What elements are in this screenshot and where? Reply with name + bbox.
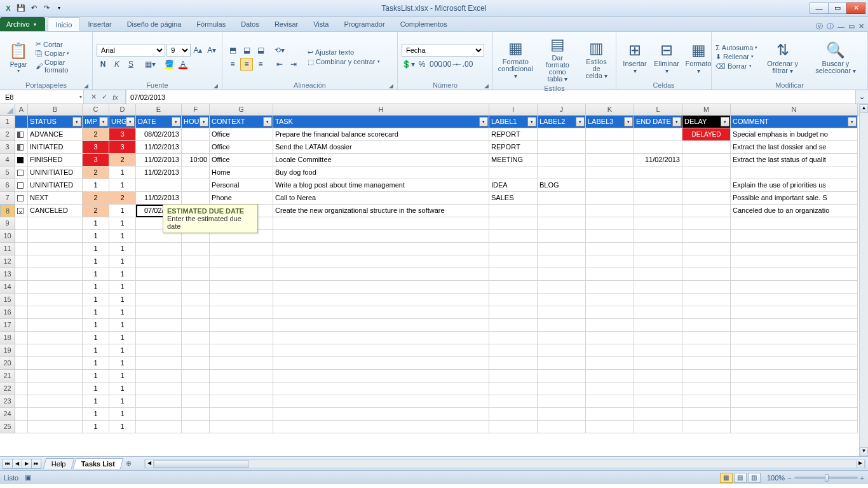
cell[interactable]: 1 <box>83 344 109 357</box>
help-icon[interactable]: ⓘ <box>827 22 834 31</box>
cell[interactable] <box>586 383 634 395</box>
win-min-icon[interactable]: — <box>837 23 844 30</box>
cell[interactable]: 1 <box>83 332 109 344</box>
table-header-STATUS[interactable]: STATUS▾ <box>28 116 83 128</box>
row-header-10[interactable]: 10 <box>0 230 15 243</box>
col-header-J[interactable]: J <box>538 104 586 115</box>
cell[interactable] <box>273 357 489 370</box>
cell[interactable] <box>634 306 682 319</box>
clipboard-dialog-icon[interactable]: ◢ <box>84 83 88 89</box>
win-close-icon[interactable]: ✕ <box>858 22 864 30</box>
scroll-down-icon[interactable]: ▼ <box>860 447 868 456</box>
col-header-K[interactable]: K <box>586 104 634 115</box>
cell[interactable] <box>15 268 28 281</box>
cell[interactable] <box>15 408 28 421</box>
file-tab[interactable]: Archivo▾ <box>0 17 45 31</box>
copy-button[interactable]: ⿻Copiar▾ <box>36 50 88 57</box>
percent-icon[interactable]: % <box>416 58 428 71</box>
cell[interactable] <box>210 383 273 395</box>
cell[interactable] <box>682 268 731 281</box>
cell[interactable] <box>210 255 273 268</box>
cell[interactable] <box>15 166 28 179</box>
cell[interactable] <box>210 344 273 357</box>
cell[interactable] <box>682 408 731 421</box>
vertical-scrollbar[interactable]: ▲ ▼ <box>859 104 868 456</box>
cell[interactable] <box>182 344 210 357</box>
save-icon[interactable]: 💾 <box>15 3 27 14</box>
cell[interactable] <box>273 268 489 281</box>
cell[interactable] <box>538 370 586 383</box>
cell[interactable] <box>28 357 83 370</box>
cell[interactable]: Office <box>210 141 273 154</box>
cell[interactable] <box>15 192 28 205</box>
cell[interactable]: 1 <box>83 421 109 433</box>
cell[interactable] <box>538 192 586 205</box>
increase-indent-icon[interactable]: ⇥ <box>287 58 300 71</box>
cell[interactable]: 1 <box>83 294 109 306</box>
align-right-icon[interactable]: ≡ <box>254 58 267 71</box>
sheet-nav-last-icon[interactable]: ⏭ <box>31 459 41 469</box>
cell[interactable] <box>136 281 182 294</box>
align-bottom-icon[interactable]: ⬓ <box>254 44 267 57</box>
cell[interactable] <box>273 281 489 294</box>
format-cells-button[interactable]: ▦Formato ▾ <box>684 39 713 76</box>
cell[interactable] <box>538 128 586 141</box>
cell[interactable] <box>586 421 634 433</box>
align-middle-icon[interactable]: ⬓ <box>240 44 253 57</box>
cell[interactable]: Personal <box>210 179 273 192</box>
cell[interactable]: 1 <box>109 306 136 319</box>
row-header-2[interactable]: 2 <box>0 128 15 141</box>
cell[interactable] <box>28 344 83 357</box>
cell[interactable] <box>586 243 634 255</box>
sheet-nav-first-icon[interactable]: ⏮ <box>3 459 13 469</box>
cell[interactable] <box>489 268 538 281</box>
cell[interactable] <box>731 281 858 294</box>
cell[interactable]: 1 <box>109 370 136 383</box>
table-header-URG[interactable]: URG▾ <box>109 116 136 128</box>
cell[interactable] <box>489 357 538 370</box>
cell[interactable] <box>682 370 731 383</box>
row-header-21[interactable]: 21 <box>0 370 15 383</box>
cell[interactable]: 1 <box>109 281 136 294</box>
cell[interactable] <box>28 332 83 344</box>
cell[interactable] <box>15 294 28 306</box>
cell[interactable] <box>586 192 634 205</box>
formula-input[interactable]: 07/02/2013 <box>126 90 855 104</box>
filter-button-icon[interactable]: ▾ <box>172 117 180 126</box>
redo-icon[interactable]: ↷ <box>41 3 52 14</box>
cell[interactable] <box>731 421 858 433</box>
conditional-format-button[interactable]: ▦Formato condicional ▾ <box>497 37 534 81</box>
cell[interactable] <box>15 344 28 357</box>
format-painter-button[interactable]: 🖌Copiar formato <box>36 58 88 74</box>
cell[interactable] <box>273 306 489 319</box>
cell[interactable] <box>586 357 634 370</box>
filter-button-icon[interactable]: ▾ <box>263 117 272 126</box>
col-header-L[interactable]: L <box>634 104 682 115</box>
table-header-END DATE[interactable]: END DATE▾ <box>634 116 682 128</box>
scroll-up-icon[interactable]: ▲ <box>860 104 868 113</box>
cell[interactable] <box>586 166 634 179</box>
cell[interactable] <box>136 179 182 192</box>
cell[interactable]: 1 <box>83 408 109 421</box>
find-select-button[interactable]: 🔍Buscar y seleccionar ▾ <box>808 39 864 76</box>
cell[interactable]: 1 <box>109 408 136 421</box>
col-header-F[interactable]: F <box>182 104 210 115</box>
cell[interactable] <box>273 294 489 306</box>
cell[interactable]: 1 <box>109 166 136 179</box>
cell[interactable] <box>182 141 210 154</box>
cell[interactable] <box>538 306 586 319</box>
cell[interactable] <box>210 421 273 433</box>
cell[interactable]: Call to Nerea <box>273 192 489 205</box>
cell[interactable] <box>210 370 273 383</box>
row-header-3[interactable]: 3 <box>0 141 15 154</box>
cell[interactable]: 2 <box>109 192 136 205</box>
cell[interactable] <box>28 281 83 294</box>
ribbon-tab-revisar[interactable]: Revisar <box>267 17 306 31</box>
cell[interactable] <box>489 395 538 408</box>
row-header-18[interactable]: 18 <box>0 332 15 344</box>
cell[interactable] <box>489 319 538 332</box>
cell[interactable] <box>489 294 538 306</box>
cell[interactable]: 1 <box>109 344 136 357</box>
cell[interactable] <box>15 141 28 154</box>
cell[interactable] <box>634 370 682 383</box>
